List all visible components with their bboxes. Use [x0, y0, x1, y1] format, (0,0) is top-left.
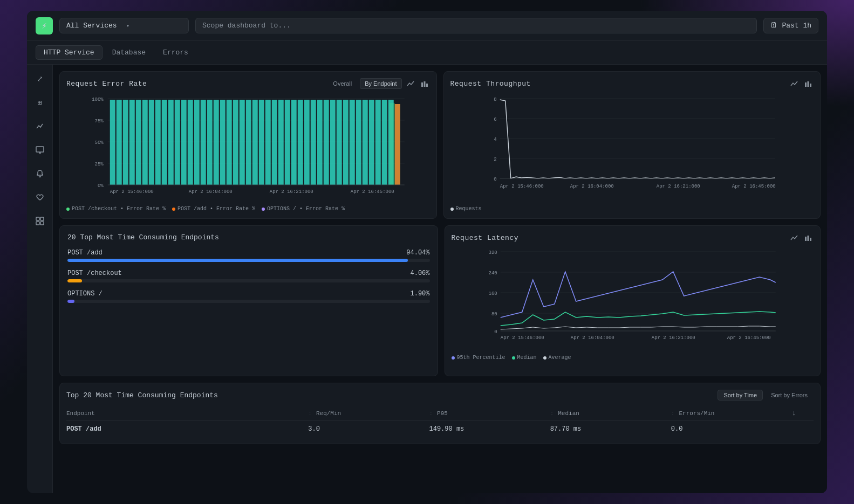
table-title: Top 20 Most Time Consuming Endpoints — [66, 391, 218, 399]
legend-post-checkout: POST /checkout • Error Rate % — [66, 206, 166, 212]
svg-rect-27 — [155, 100, 161, 185]
svg-rect-46 — [278, 100, 284, 185]
endpoint-row-options: OPTIONS / 1.90% — [67, 290, 430, 303]
svg-rect-37 — [220, 100, 226, 185]
svg-rect-66 — [390, 103, 395, 185]
request-error-rate-panel: Request Error Rate Overall By Endpoint — [59, 71, 437, 219]
time-selector[interactable]: 🗓 Past 1h — [763, 18, 818, 33]
svg-rect-61 — [375, 100, 381, 185]
monitor-icon[interactable] — [32, 142, 47, 157]
line-chart-icon[interactable] — [32, 119, 47, 134]
svg-rect-30 — [175, 100, 180, 185]
svg-rect-45 — [272, 100, 277, 185]
table-row: POST /add 3.0 149.90 ms 87.70 ms 0.0 — [66, 421, 814, 437]
error-rate-chart: 100% 75% 50% 25% 0% — [66, 93, 430, 204]
line-chart-toggle[interactable] — [405, 78, 416, 89]
request-throughput-panel: Request Throughput — [443, 71, 821, 219]
sort-by-time-button[interactable]: Sort by Time — [718, 390, 763, 401]
svg-text:0: 0 — [494, 177, 496, 182]
svg-text:75%: 75% — [95, 119, 104, 124]
cell-req-min: 3.0 — [308, 425, 429, 433]
service-selector[interactable]: All Services ▾ — [59, 18, 189, 33]
endpoint-bar-track-options — [67, 300, 430, 303]
btn-by-endpoint[interactable]: By Endpoint — [360, 78, 401, 89]
throughput-svg: 8 6 4 2 0 Apr 2 15:46:000 — [450, 93, 814, 201]
svg-rect-22 — [123, 100, 128, 185]
svg-rect-33 — [194, 100, 200, 185]
svg-text:Apr 2 16:21:000: Apr 2 16:21:000 — [270, 189, 313, 195]
health-icon[interactable] — [32, 190, 47, 205]
tab-http-service[interactable]: HTTP Service — [36, 45, 103, 60]
latency-legend: 95th Percentile Median Average — [452, 355, 814, 361]
svg-rect-28 — [162, 100, 167, 185]
svg-rect-23 — [129, 100, 135, 185]
legend-post-add: POST /add • Error Rate % — [172, 206, 255, 212]
svg-text:0%: 0% — [98, 183, 104, 189]
svg-rect-58 — [356, 100, 361, 185]
svg-rect-9 — [426, 84, 428, 87]
col-download[interactable]: ↓ — [792, 409, 814, 417]
throughput-legend: Requests — [450, 206, 814, 212]
svg-rect-52 — [317, 100, 323, 185]
svg-rect-0 — [36, 147, 44, 152]
endpoints-title: 20 Top Most Time Consuming Endpoints — [67, 233, 430, 241]
latency-svg: 320 240 160 80 0 — [452, 247, 814, 350]
svg-rect-3 — [36, 217, 39, 220]
btn-overall[interactable]: Overall — [328, 78, 357, 89]
svg-rect-48 — [291, 100, 297, 185]
endpoint-bar-fill-post-add — [67, 259, 408, 262]
svg-rect-32 — [188, 100, 193, 185]
latency-bar-icon[interactable] — [803, 232, 814, 243]
latency-chart: 320 240 160 80 0 — [452, 247, 814, 353]
bar-chart-toggle[interactable] — [419, 78, 430, 89]
svg-rect-47 — [285, 100, 290, 185]
bar-chart-icon[interactable] — [803, 78, 814, 89]
scope-input[interactable]: Scope dashboard to... — [195, 18, 757, 33]
tab-database[interactable]: Database — [105, 46, 153, 59]
col-p95: : P95 — [429, 409, 550, 417]
svg-text:50%: 50% — [95, 140, 104, 146]
endpoint-row-post-checkout: POST /checkout 4.06% — [67, 270, 430, 282]
endpoint-bar-fill-post-checkout — [67, 279, 82, 282]
sort-buttons: Sort by Time Sort by Errors — [718, 390, 814, 401]
main-panel: Request Error Rate Overall By Endpoint — [53, 65, 827, 493]
latency-header: Request Latency — [452, 232, 814, 243]
throughput-title: Request Throughput — [450, 80, 531, 88]
svg-text:6: 6 — [494, 117, 496, 122]
error-rate-controls: Overall By Endpoint — [328, 78, 429, 89]
svg-rect-34 — [201, 100, 206, 185]
latency-line-icon[interactable] — [789, 232, 800, 243]
svg-text:Apr 2 16:04:000: Apr 2 16:04:000 — [570, 184, 613, 189]
legend-average: Average — [543, 355, 571, 361]
bottom-table-panel: Top 20 Most Time Consuming Endpoints Sor… — [59, 383, 821, 444]
line-chart-icon[interactable] — [789, 78, 800, 89]
chart-row-2: 20 Top Most Time Consuming Endpoints POS… — [59, 225, 821, 376]
grid-icon[interactable]: ⊞ — [32, 95, 47, 110]
svg-text:Apr 2 16:45:000: Apr 2 16:45:000 — [732, 184, 775, 189]
svg-rect-73 — [808, 81, 809, 87]
sort-by-errors-button[interactable]: Sort by Errors — [765, 390, 814, 401]
error-rate-header: Request Error Rate Overall By Endpoint — [66, 78, 430, 89]
content-area: ⤢ ⊞ — [27, 65, 827, 493]
svg-rect-21 — [117, 100, 122, 185]
tab-errors[interactable]: Errors — [155, 46, 196, 59]
app-logo: ⚡ — [36, 17, 53, 34]
top-endpoints-panel: 20 Top Most Time Consuming Endpoints POS… — [59, 225, 438, 376]
legend-requests: Requests — [450, 206, 482, 212]
svg-rect-8 — [423, 81, 425, 87]
svg-rect-35 — [207, 100, 213, 185]
col-errors-min: : Errors/Min — [671, 409, 792, 417]
latency-controls — [789, 232, 814, 243]
expand-icon[interactable]: ⤢ — [32, 71, 47, 86]
svg-rect-54 — [330, 100, 336, 185]
throughput-header: Request Throughput — [450, 78, 814, 89]
col-median: : Median — [550, 409, 671, 417]
bell-icon[interactable] — [32, 166, 47, 181]
svg-rect-55 — [337, 100, 342, 185]
dashboard-icon[interactable] — [32, 213, 47, 229]
throughput-chart: 8 6 4 2 0 Apr 2 15:46:000 — [450, 93, 814, 204]
col-req-min: : Req/Min — [308, 409, 429, 417]
calendar-icon: 🗓 — [770, 22, 777, 30]
topbar: ⚡ All Services ▾ Scope dashboard to... 🗓… — [27, 11, 827, 41]
svg-text:Apr 2 16:21:000: Apr 2 16:21:000 — [656, 184, 700, 189]
